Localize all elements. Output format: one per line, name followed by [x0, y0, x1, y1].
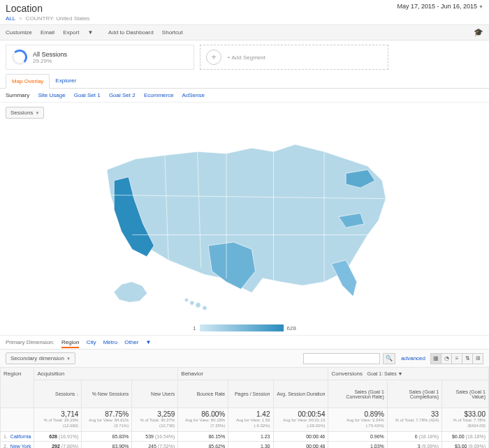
- subtab-adsense[interactable]: AdSense: [182, 92, 204, 98]
- breadcrumb-country: United States: [56, 15, 89, 22]
- map-legend: 1 628: [0, 324, 489, 331]
- col-region[interactable]: Region: [1, 368, 34, 408]
- view-table-icon[interactable]: ▦: [430, 353, 441, 364]
- dim-city[interactable]: City: [87, 339, 96, 345]
- data-table: Region Acquisition Behavior Conversions …: [0, 367, 489, 448]
- state-florida[interactable]: [331, 260, 356, 297]
- add-segment[interactable]: + + Add Segment: [200, 45, 388, 70]
- subtab-ecommerce[interactable]: Ecommerce: [144, 92, 174, 98]
- col-new-users[interactable]: New Users: [132, 380, 178, 408]
- svg-point-9: [196, 303, 200, 308]
- svg-point-10: [203, 306, 207, 310]
- colgroup-acquisition: Acquisition: [34, 368, 178, 380]
- dim-region[interactable]: Region: [61, 339, 79, 348]
- subtab-goal1[interactable]: Goal Set 1: [74, 92, 101, 98]
- shortcut-link[interactable]: Shortcut: [162, 29, 183, 36]
- region-link[interactable]: California: [10, 434, 31, 439]
- colgroup-behavior: Behavior: [178, 368, 328, 380]
- search-input[interactable]: [303, 353, 380, 364]
- colgroup-conversions: Conversions Goal 1: Sales ▼: [328, 368, 489, 380]
- view-pivot-icon[interactable]: ⊞: [472, 353, 483, 364]
- date-range[interactable]: May 17, 2015 - Jun 16, 2015▼: [397, 3, 483, 10]
- dim-other[interactable]: Other ▼: [124, 339, 156, 345]
- col-pages[interactable]: Pages / Session: [228, 380, 273, 408]
- col-duration[interactable]: Avg. Session Duration: [273, 380, 328, 408]
- metric-selector[interactable]: Sessions▼: [6, 107, 44, 119]
- advanced-link[interactable]: advanced: [401, 355, 425, 361]
- summary-row: 3,714% of Total: 29.29% (12,682) 87.75%A…: [1, 408, 489, 432]
- export-menu[interactable]: Export▼: [63, 29, 100, 36]
- tab-explorer[interactable]: Explorer: [50, 74, 82, 88]
- col-conv-rate[interactable]: Sales (Goal 1 Conversion Rate): [328, 380, 387, 408]
- breadcrumb: ALL » COUNTRY: United States: [0, 15, 489, 24]
- subtab-summary[interactable]: Summary: [6, 92, 29, 98]
- plus-icon: +: [206, 50, 221, 65]
- view-pie-icon[interactable]: ◔: [441, 353, 452, 364]
- col-value[interactable]: Sales (Goal 1 Value): [442, 380, 489, 408]
- secondary-dimension[interactable]: Secondary dimension▼: [6, 352, 75, 364]
- subtab-goal2[interactable]: Goal Set 2: [109, 92, 136, 98]
- primary-dimension-label: Primary Dimension:: [6, 339, 54, 345]
- dim-metro[interactable]: Metro: [103, 339, 117, 345]
- breadcrumb-all[interactable]: ALL: [6, 15, 15, 22]
- svg-point-8: [190, 301, 194, 305]
- customize-link[interactable]: Customize: [6, 29, 32, 36]
- conversions-selector[interactable]: Goal 1: Sales ▼: [367, 371, 403, 376]
- svg-point-7: [184, 298, 188, 301]
- tab-map-overlay[interactable]: Map Overlay: [6, 74, 50, 89]
- donut-icon: [12, 50, 27, 65]
- subtab-site-usage[interactable]: Site Usage: [38, 92, 65, 98]
- page-title: Location: [6, 3, 43, 14]
- graduation-cap-icon[interactable]: 🎓: [474, 28, 483, 37]
- table-row[interactable]: 2.New York 292 (7.86%) 83.90% 245 (7.52%…: [1, 441, 489, 448]
- col-new-sessions[interactable]: % New Sessions: [82, 380, 132, 408]
- us-map[interactable]: [70, 126, 419, 322]
- col-completions[interactable]: Sales (Goal 1 Completions): [387, 380, 441, 408]
- add-dashboard-link[interactable]: Add to Dashboard: [108, 29, 154, 36]
- col-bounce[interactable]: Bounce Rate: [178, 380, 228, 408]
- email-link[interactable]: Email: [41, 29, 54, 36]
- search-button[interactable]: 🔍: [383, 353, 395, 364]
- region-link[interactable]: New York: [10, 444, 31, 448]
- view-bar-icon[interactable]: ≡: [451, 353, 462, 364]
- col-sessions[interactable]: Sessions↓: [34, 380, 82, 408]
- segment-all-sessions[interactable]: All Sessions 29.29%: [6, 45, 194, 70]
- view-comparison-icon[interactable]: ⇅: [462, 353, 473, 364]
- table-row[interactable]: 1.California 628 (16.91%) 85.83% 539 (16…: [1, 431, 489, 441]
